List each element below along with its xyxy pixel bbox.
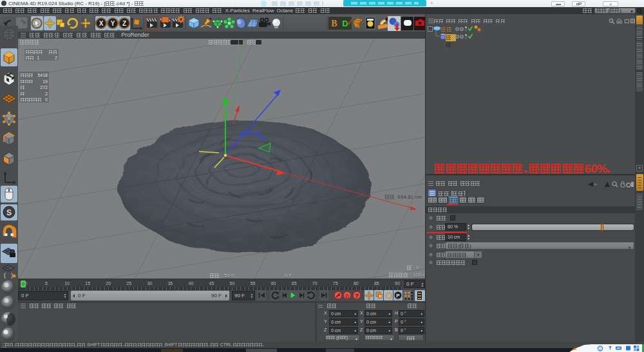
svg-text:S: S <box>6 208 12 217</box>
svg-text:Y: Y <box>111 20 115 27</box>
svg-text:X: X <box>99 20 104 27</box>
svg-text:B: B <box>331 19 337 28</box>
svg-text:( ): ( ) <box>3 273 14 279</box>
svg-text:Z: Z <box>122 20 126 27</box>
svg-text:D: D <box>342 19 348 28</box>
svg-text:?: ? <box>355 293 359 299</box>
svg-text:P: P <box>396 293 400 298</box>
svg-text:(): () <box>345 293 349 298</box>
